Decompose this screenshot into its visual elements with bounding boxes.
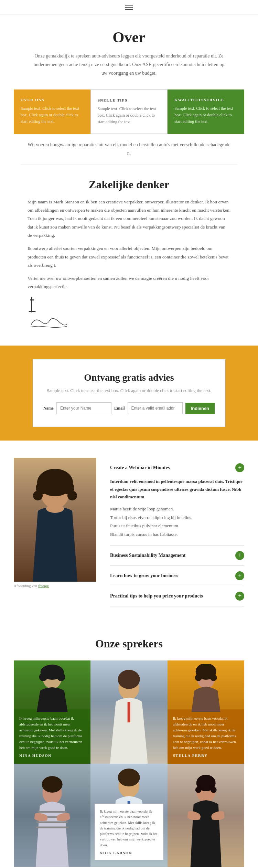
accordion-items: Create a Webinar in Minutes + Interdum v… [96,458,244,606]
zakelijke-para3: Vertel me over uw ontwerpbehoeften en sa… [28,274,230,291]
speaker-card-bottom-right [168,764,244,867]
accordion-title-1: Business Sustainability Management [110,553,185,558]
svg-rect-13 [128,702,130,722]
speaker-card-nick: Ik kreeg mijn eerste baan voordat ik afd… [90,764,167,867]
accordion-photo-container: Afbeelding van freepik [14,458,96,588]
stella-text: Ik kreeg mijn eerste baan voordat ik afd… [173,716,239,751]
photo-credit: Afbeelding van freepik [14,584,96,588]
svg-point-25 [118,769,140,786]
accordion-header-2[interactable]: Learn how to grow your business + [110,566,244,586]
speaker-card-nina: Ik kreeg mijn eerste baan voordat ik afd… [14,660,90,764]
woman-stripe-silhouette [14,764,90,867]
navbar [0,0,258,15]
box-snelle-tips: SNELLE TIPS Sample text. Click to select… [90,89,168,134]
svg-point-16 [195,674,202,681]
accordion-header-3[interactable]: Practical tips to help you price your pr… [110,586,244,606]
freepik-link[interactable]: freepik [38,584,49,588]
nina-name: NINA HUDSON [19,753,85,758]
accordion-plus-3[interactable]: + [235,592,244,601]
signature: │̲̄ [28,298,230,311]
speakers-title: Onze sprekers [14,637,244,650]
svg-point-6 [46,505,64,513]
accordion-header-1[interactable]: Business Sustainability Management + [110,546,244,565]
stella-photo: Ik kreeg mijn eerste baan voordat ik afd… [168,660,244,764]
svg-point-29 [195,787,201,793]
box-kwaliteit-text: Sample text. Click to select the text bo… [174,105,237,125]
box-kwaliteit-title: KWALITEITSSERVICE [174,98,237,102]
nina-text: Ik kreeg mijn eerste baan voordat ik afd… [19,716,85,751]
submit-button[interactable]: Indienen [185,403,215,414]
accordion-bold-0: Interdum velit euismod in pellentesque m… [110,478,244,500]
nick-bubble: Ik kreeg mijn eerste baan voordat ik afd… [95,804,163,860]
nick-name: NICK LARSON [100,851,158,855]
hero-description: Onze gemakkelijk te spreken auto-adviseu… [33,52,225,78]
box-over-ons-title: OVER ONS [21,98,84,102]
box-over-ons: OVER ONS Sample text. Click to select th… [14,89,90,134]
speaker-card-middle [90,660,167,764]
advice-form: Name Email Indienen [47,402,211,414]
bullet-0-2: Purus ut faucibus pulvinar elementum. [110,522,244,530]
nina-photo: Ik kreeg mijn eerste baan voordat ik afd… [14,660,90,764]
accordion-photo [14,458,96,582]
accordion-plus-0[interactable]: + [235,463,244,472]
stella-name: STELLA PERRY [173,753,239,758]
svg-point-12 [118,670,140,689]
name-label: Name [43,406,54,411]
accordion-item-0: Create a Webinar in Minutes + Interdum v… [110,458,244,545]
woman-biz-silhouette [168,764,244,867]
box-over-ons-text: Sample text. Click to select the text bo… [21,105,84,125]
accordion-item-1: Business Sustainability Management + [110,546,244,566]
accordion-item-2: Learn how to grow your business + [110,566,244,586]
orange-band: Ontvang gratis advies Sample text. Click… [0,346,258,441]
svg-point-30 [210,787,216,793]
email-label: Email [114,406,125,411]
speakers-section: Onze sprekers Ik kreeg mijn eerste baan … [0,624,258,868]
nick-text: Ik kreeg mijn eerste baan voordat ik afd… [100,809,158,848]
zakelijke-title: Zakelijke denker [28,178,230,191]
box-snelle-tips-text: Sample text. Click to select the text bo… [98,106,161,126]
email-input[interactable] [128,402,183,414]
page-title: Over [28,29,230,46]
accordion-title-3: Practical tips to help you price your pr… [110,593,203,599]
speaker-card-stella: Ik kreeg mijn eerste baan voordat ik afd… [168,660,244,764]
zakelijke-para1: Mijn naam is Mark Stanson en ik ben een … [28,198,230,240]
svg-point-17 [210,674,217,681]
repair-text: Wij voeren hoogwaardige reparaties uit v… [0,134,258,164]
accordion-header-0[interactable]: Create a Webinar in Minutes + [110,458,244,478]
three-boxes-container: OVER ONS Sample text. Click to select th… [14,89,244,134]
svg-point-19 [42,776,63,793]
advice-box: Ontvang gratis advies Sample text. Click… [33,359,225,427]
person-illustration [14,458,96,582]
svg-point-9 [39,673,47,681]
box-snelle-tips-title: SNELLE TIPS [98,98,161,102]
accordion-item-3: Practical tips to help you price your pr… [110,586,244,606]
stella-silhouette [168,664,244,712]
svg-point-10 [57,673,65,681]
accordion-title-2: Learn how to grow your business [110,573,178,579]
svg-point-5 [67,491,77,500]
bullet-0-3: Blandit turpis cursus in hac habitasse. [110,530,244,539]
bullet-0-1: Tortor bij risus viverra adipiscing bij … [110,514,244,522]
svg-point-4 [33,491,43,500]
advice-subtitle: Sample text. Click to select the text bo… [47,387,211,394]
speakers-bottom-row: Ik kreeg mijn eerste baan voordat ik afd… [14,764,244,867]
over-section: Over Onze gemakkelijk te spreken auto-ad… [0,15,258,86]
accordion-plus-2[interactable]: + [235,571,244,580]
man-silhouette [90,660,167,764]
speaker-card-bottom-left [14,764,90,867]
nina-silhouette [14,664,90,712]
advice-title: Ontvang gratis advies [47,372,211,383]
signature-svg [28,313,69,330]
accordion-bullets-0: Mattis heeft de vrije loop genomen. Tort… [110,505,244,539]
accordion-content-0: Interdum velit euismod in pellentesque m… [110,478,244,545]
hamburger-menu[interactable] [125,5,133,10]
bullet-0-0: Mattis heeft de vrije loop genomen. [110,505,244,514]
zakelijke-para2: Ik ontwerp allerlei soorten verpakkingen… [28,244,230,269]
name-input[interactable] [56,402,111,414]
accordion-section: Afbeelding van freepik Create a Webinar … [0,441,258,623]
accordion-title-0: Create a Webinar in Minutes [110,465,170,470]
box-kwaliteit: KWALITEITSSERVICE Sample text. Click to … [168,89,244,134]
speakers-top-row: Ik kreeg mijn eerste baan voordat ik afd… [14,660,244,764]
zakelijke-section: Zakelijke denker Mijn naam is Mark Stans… [0,165,258,346]
accordion-plus-1[interactable]: + [235,551,244,560]
